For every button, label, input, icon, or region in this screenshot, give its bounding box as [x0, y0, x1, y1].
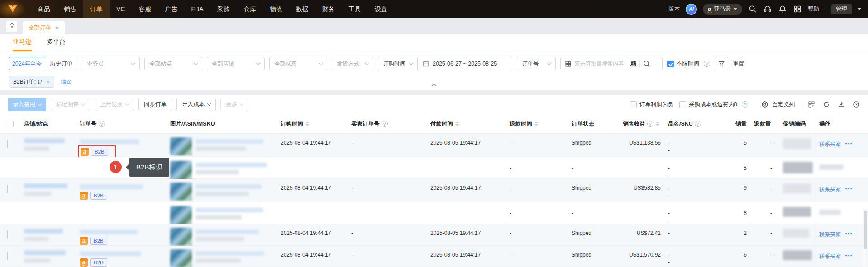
reset-button[interactable]: 重置 — [733, 60, 744, 68]
more-actions-icon[interactable]: ⋯ — [845, 185, 853, 192]
nav-item-warehouse[interactable]: 仓库 — [237, 0, 263, 18]
version-link[interactable]: 版本 — [668, 5, 680, 13]
order-no-type-select[interactable]: 订单号 — [517, 57, 556, 70]
mark-review-button[interactable]: 标记测评 — [51, 98, 90, 111]
import-cost-button[interactable]: 导入成本 — [176, 98, 216, 111]
search-icon[interactable] — [748, 5, 757, 14]
contact-buyer-link[interactable]: 联系买家 — [819, 186, 841, 192]
time-type-select[interactable]: 订购时间 — [378, 57, 418, 70]
col-revenue: 销售收益 — [619, 120, 664, 128]
nav-item-service[interactable]: 客服 — [132, 0, 158, 18]
b2b-badge: B2B — [90, 192, 107, 200]
sync-orders-button[interactable]: 同步订单 — [138, 98, 172, 111]
more-actions-icon[interactable]: ⋯ — [845, 252, 853, 259]
upload-invoice-button[interactable]: 上传发票 — [95, 98, 134, 111]
cost-zero-checkbox[interactable] — [679, 101, 686, 108]
row-checkbox[interactable] — [7, 185, 8, 193]
salesman-select[interactable]: 业务员 — [82, 57, 140, 70]
nav-item-finance[interactable]: 财务 — [315, 0, 342, 18]
nav-item-purchase[interactable]: 采购 — [210, 0, 237, 18]
promo-cell — [779, 202, 815, 227]
vertical-scrollbar[interactable] — [863, 209, 868, 267]
batch-search-icon[interactable] — [565, 61, 572, 67]
home-tab-button[interactable] — [6, 21, 17, 32]
nav-item-fba[interactable]: FBA — [184, 0, 210, 18]
nav-item-logistics[interactable]: 物流 — [263, 0, 289, 18]
blurred-order-number[interactable] — [80, 251, 141, 256]
subtab-multiplatform[interactable]: 多平台 — [47, 34, 66, 51]
select-all-checkbox[interactable] — [7, 121, 14, 127]
row-checkbox[interactable] — [7, 140, 8, 148]
more-actions-icon[interactable]: ⋯ — [845, 140, 853, 147]
search-submit-icon[interactable] — [643, 60, 650, 67]
revenue-cell: US$1,570.92 — [619, 246, 664, 267]
brand-logo[interactable] — [0, 0, 25, 18]
advanced-filter-button[interactable] — [715, 57, 728, 70]
sku-cell: -- — [664, 134, 729, 159]
admin-caret-icon[interactable] — [858, 8, 861, 10]
import-cost-label: 导入成本 — [182, 101, 205, 108]
row-checkbox[interactable] — [7, 230, 8, 239]
collapse-filters-handle[interactable] — [424, 84, 444, 90]
sort-icon[interactable] — [305, 122, 309, 126]
help-circle-icon[interactable] — [852, 100, 861, 109]
blurred-product-image — [170, 249, 192, 267]
unlimited-time-checkbox[interactable] — [667, 61, 674, 67]
refresh-icon[interactable] — [822, 100, 831, 109]
blurred-order-number[interactable] — [80, 139, 139, 144]
enter-fee-button[interactable]: 录入费用 — [8, 98, 46, 111]
shipping-method-select[interactable]: 发货方式 — [332, 57, 373, 70]
sort-icon[interactable] — [534, 122, 538, 126]
sort-icon[interactable] — [455, 122, 459, 126]
apps-grid-icon[interactable] — [793, 5, 802, 14]
contact-buyer-link[interactable]: 联系买家 — [819, 253, 841, 259]
blurred-asin — [196, 139, 263, 144]
ai-assistant-button[interactable]: AI — [686, 4, 697, 15]
tag-remove-icon[interactable]: × — [46, 79, 50, 85]
admin-menu-button[interactable]: 管理 — [831, 4, 852, 14]
nav-item-ads[interactable]: 广告 — [158, 0, 184, 18]
contact-buyer-link[interactable]: 联系买家 — [819, 141, 841, 147]
tab-all-orders[interactable]: 全部订单 × — [23, 21, 65, 34]
nav-item-settings[interactable]: 设置 — [368, 0, 394, 18]
more-actions-icon[interactable]: ⋯ — [845, 230, 853, 238]
sync-orders-label: 同步订单 — [144, 101, 167, 108]
more-button[interactable]: 更多 — [220, 98, 248, 111]
range-current-button[interactable]: 2024年至今 — [9, 57, 45, 70]
store-select[interactable]: 全部店铺 — [207, 57, 265, 70]
nav-item-data[interactable]: 数据 — [289, 0, 315, 18]
nav-item-products[interactable]: 商品 — [31, 0, 57, 18]
promo-cell — [779, 224, 815, 247]
unlimited-time-label: 不限时间 — [677, 60, 699, 68]
refund-time-cell: - — [506, 246, 568, 267]
contact-buyer-link[interactable]: 联系买家 — [819, 231, 841, 238]
platform-switcher[interactable]: a 亚马逊 — [703, 4, 742, 15]
time-type-value: 订购时间 — [383, 60, 405, 68]
status-select[interactable]: 全部状态 — [269, 57, 327, 70]
clear-filters-link[interactable]: 清除 — [61, 78, 72, 86]
nav-item-tools[interactable]: 工具 — [342, 0, 368, 18]
custom-columns-button[interactable]: 自定义列 — [760, 100, 795, 109]
sort-icon[interactable] — [656, 122, 659, 126]
blurred-order-number[interactable] — [80, 230, 138, 234]
headset-icon[interactable] — [763, 5, 772, 14]
blurred-order-number[interactable] — [80, 184, 143, 189]
nav-item-orders[interactable]: 订单 — [83, 0, 110, 18]
tab-close-icon[interactable]: × — [55, 24, 59, 31]
range-history-button[interactable]: 历史订单 — [45, 57, 77, 70]
row-checkbox[interactable] — [7, 252, 8, 260]
layout-grid-icon[interactable] — [807, 100, 816, 109]
date-range-input[interactable]: 2025-06-27 ~ 2025-08-25 — [417, 57, 512, 70]
info-icon — [99, 121, 105, 127]
exact-match-toggle[interactable]: 精 — [630, 60, 636, 68]
nav-item-sales[interactable]: 销售 — [57, 0, 83, 18]
scrollbar-thumb[interactable] — [864, 211, 867, 249]
search-input[interactable] — [575, 61, 627, 67]
subtab-amazon[interactable]: 亚马逊 — [13, 34, 32, 51]
profit-negative-checkbox[interactable] — [630, 101, 637, 108]
site-select[interactable]: 全部站点 — [144, 57, 202, 70]
nav-item-vc[interactable]: VC — [110, 0, 132, 18]
notification-bell-icon[interactable] — [778, 5, 787, 14]
download-icon[interactable] — [837, 100, 846, 109]
help-link[interactable]: 帮助 — [808, 5, 819, 13]
